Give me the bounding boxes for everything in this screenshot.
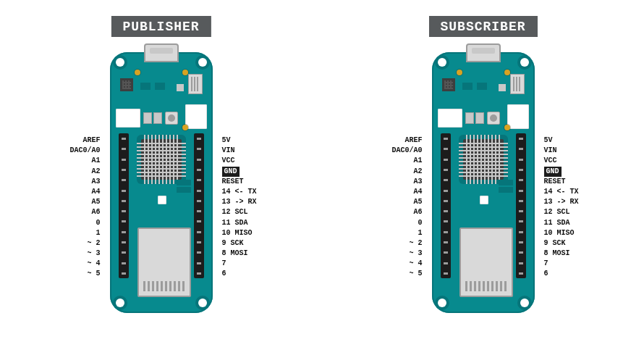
pin-label: VIN [222,146,235,154]
pin-label: 5V [222,136,231,144]
pin-header-left-icon [119,133,129,278]
pin-label: 13 -> RX [544,198,579,206]
capacitor-icon [143,112,152,124]
pin-label: A1 [91,157,100,164]
mount-hole-icon [438,299,446,307]
pin-label: GND [544,167,562,177]
pin-label: 9 SCK [544,239,566,247]
pins-right-publisher: 5VVINVCCGNDRESET14 <- TX13 -> RX12 SCL11… [222,135,257,280]
pin-label: A4 [91,188,100,196]
pin-label: 8 MOSI [222,249,248,257]
pin-label: 7 [222,259,226,267]
button-row [143,112,182,125]
pin-label: VCC [222,157,235,164]
mount-hole-icon [116,58,124,67]
pin-label: A5 [91,198,100,206]
pin-label: A4 [413,188,422,196]
led-icon [504,125,510,130]
pin-label: AREF [82,136,100,144]
mcu-chip-icon [141,139,182,180]
pin-label: A3 [413,178,422,185]
pin-label: 0 [96,219,100,227]
pin-label: 14 <- TX [222,188,257,196]
pin-label: ~ 5 [409,270,422,278]
capacitor-icon [465,112,474,124]
mount-hole-icon [520,58,529,67]
pins-right-subscriber: 5VVINVCCGNDRESET14 <- TX13 -> RX12 SCL11… [544,135,579,280]
radio-module-icon [137,228,191,297]
pin-label: GND [222,167,240,177]
usb-connector-icon [466,43,501,62]
reset-button-icon [165,112,178,125]
pins-left-publisher: AREFDAC0/A0A1A2A3A4A5A601~ 2~ 3~ 4~ 5 [0,135,101,280]
pin-label: ~ 4 [87,259,100,267]
mount-hole-icon [116,299,124,307]
mount-hole-icon [438,58,446,67]
pin-label: DAC0/A0 [391,146,422,154]
board-publisher [110,43,213,315]
smd-icon [462,83,473,90]
board-subscriber [432,43,535,315]
pin-header-right-icon [516,133,526,278]
ic-small-icon [510,74,525,94]
panel-publisher: PUBLISHER AREFDAC0/A0A1A2A3A4A5A601~ 2~ … [0,0,322,363]
mount-hole-icon [198,58,207,67]
pcb [110,52,213,313]
pin-label: A2 [91,167,100,175]
pin-header-left-icon [441,133,451,278]
pin-label: A6 [91,208,100,216]
connector-icon [507,104,529,129]
pin-label: 11 SDA [544,219,570,227]
pad-icon [480,196,488,204]
capacitor-icon [153,112,162,124]
pin-label: ~ 2 [409,239,422,247]
ic-small-icon [442,78,455,91]
pin-label: 0 [418,219,422,227]
radio-module-icon [459,228,513,297]
pin-label: DAC0/A0 [69,146,100,154]
pin-label: 1 [418,229,422,237]
pin-label: 12 SCL [222,208,248,216]
pad-icon [158,196,166,204]
pin-label: 6 [222,270,226,278]
connector-icon [116,109,140,128]
pin-label: VCC [544,157,557,164]
pin-header-right-icon [194,133,204,278]
diagram-stage: PUBLISHER AREFDAC0/A0A1A2A3A4A5A601~ 2~ … [0,0,644,363]
pins-left-subscriber: AREFDAC0/A0A1A2A3A4A5A601~ 2~ 3~ 4~ 5 [322,135,423,280]
pin-label: 10 MISO [544,229,575,237]
capacitor-icon [475,112,484,124]
pin-label: 12 SCL [544,208,570,216]
pin-label: 1 [96,229,100,237]
mount-hole-icon [198,299,207,307]
ic-small-icon [188,74,203,94]
smd-icon [177,84,184,91]
button-row [465,112,504,125]
panel-subscriber: SUBSCRIBER AREFDAC0/A0A1A2A3A4A5A601~ 2~… [322,0,644,363]
mount-hole-icon [520,299,529,307]
smd-icon [477,83,487,90]
smd-icon [140,83,151,90]
pin-label: 13 -> RX [222,198,257,206]
pin-label: ~ 3 [87,249,100,257]
mcu-chip-icon [463,139,504,180]
pin-label: 10 MISO [222,229,253,237]
smd-icon [499,187,513,193]
pin-label: RESET [544,178,566,185]
pin-label: 11 SDA [222,219,248,227]
smd-icon [155,83,165,90]
pin-label: 6 [544,270,548,278]
connector-icon [185,104,207,129]
gold-pad-icon [135,70,140,75]
pin-label: 8 MOSI [544,249,570,257]
connector-icon [438,109,462,128]
pin-label: VIN [544,146,557,154]
pin-label: ~ 2 [87,239,100,247]
reset-button-icon [487,112,500,125]
smd-icon [177,187,191,193]
usb-connector-icon [144,43,179,62]
pin-label: A6 [413,208,422,216]
pin-label: 9 SCK [222,239,244,247]
smd-icon [177,180,191,185]
gold-pad-icon [182,70,188,75]
